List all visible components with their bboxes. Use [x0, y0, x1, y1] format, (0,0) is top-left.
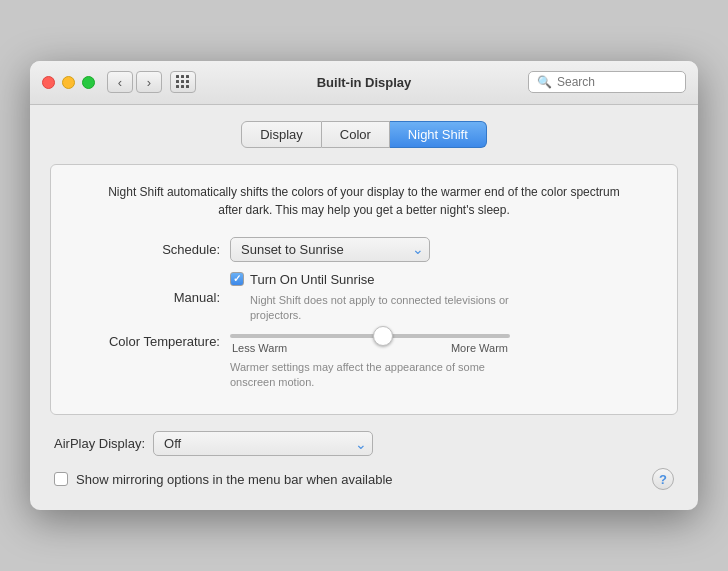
temp-note: Warmer settings may affect the appearanc… [230, 360, 510, 391]
search-box[interactable]: 🔍 [528, 71, 686, 93]
window: ‹ › Built-in Display 🔍 Display Color Nig… [30, 61, 698, 511]
slider-labels: Less Warm More Warm [230, 342, 510, 354]
manual-checkbox-label: Turn On Until Sunrise [250, 272, 375, 287]
nightshift-panel: Night Shift automatically shifts the col… [50, 164, 678, 416]
schedule-label: Schedule: [75, 242, 230, 257]
schedule-select-wrap: Off Custom Sunset to Sunrise ⌄ [230, 237, 430, 262]
checkmark-icon: ✓ [233, 274, 241, 284]
maximize-button[interactable] [82, 76, 95, 89]
manual-row: Manual: ✓ Turn On Until Sunrise Night Sh… [75, 272, 653, 324]
main-content: Display Color Night Shift Night Shift au… [30, 105, 698, 511]
schedule-row: Schedule: Off Custom Sunset to Sunrise ⌄ [75, 237, 653, 262]
schedule-select[interactable]: Off Custom Sunset to Sunrise [230, 237, 430, 262]
tab-nightshift[interactable]: Night Shift [390, 121, 487, 148]
temp-label: Color Temperature: [75, 334, 230, 349]
tab-bar: Display Color Night Shift [50, 121, 678, 148]
nav-buttons: ‹ › [107, 71, 162, 93]
forward-button[interactable]: › [136, 71, 162, 93]
nightshift-description: Night Shift automatically shifts the col… [104, 183, 624, 219]
close-button[interactable] [42, 76, 55, 89]
airplay-select-wrap: Off On ⌄ [153, 431, 373, 456]
tab-display[interactable]: Display [241, 121, 322, 148]
grid-button[interactable] [170, 71, 196, 93]
traffic-lights [42, 76, 95, 89]
window-title: Built-in Display [317, 75, 412, 90]
temp-row: Color Temperature: Less Warm More Warm W… [75, 334, 653, 391]
more-warm-label: More Warm [451, 342, 508, 354]
mirror-row: Show mirroring options in the menu bar w… [54, 468, 674, 490]
minimize-button[interactable] [62, 76, 75, 89]
airplay-row: AirPlay Display: Off On ⌄ [54, 431, 674, 456]
grid-icon [176, 75, 190, 89]
mirror-checkbox[interactable] [54, 472, 68, 486]
temp-slider[interactable] [230, 334, 510, 338]
manual-checkbox[interactable]: ✓ [230, 272, 244, 286]
manual-note: Night Shift does not apply to connected … [250, 293, 550, 324]
mirror-label: Show mirroring options in the menu bar w… [76, 472, 393, 487]
tab-color[interactable]: Color [322, 121, 390, 148]
less-warm-label: Less Warm [232, 342, 287, 354]
search-icon: 🔍 [537, 75, 552, 89]
manual-label: Manual: [75, 290, 230, 305]
bottom-area: AirPlay Display: Off On ⌄ Show mirroring… [50, 431, 678, 490]
mirror-left: Show mirroring options in the menu bar w… [54, 472, 393, 487]
titlebar: ‹ › Built-in Display 🔍 [30, 61, 698, 105]
back-button[interactable]: ‹ [107, 71, 133, 93]
airplay-label: AirPlay Display: [54, 436, 145, 451]
help-button[interactable]: ? [652, 468, 674, 490]
manual-checkbox-row: ✓ Turn On Until Sunrise [230, 272, 550, 287]
airplay-select[interactable]: Off On [153, 431, 373, 456]
temp-slider-container: Less Warm More Warm Warmer settings may … [230, 334, 510, 391]
search-input[interactable] [557, 75, 677, 89]
